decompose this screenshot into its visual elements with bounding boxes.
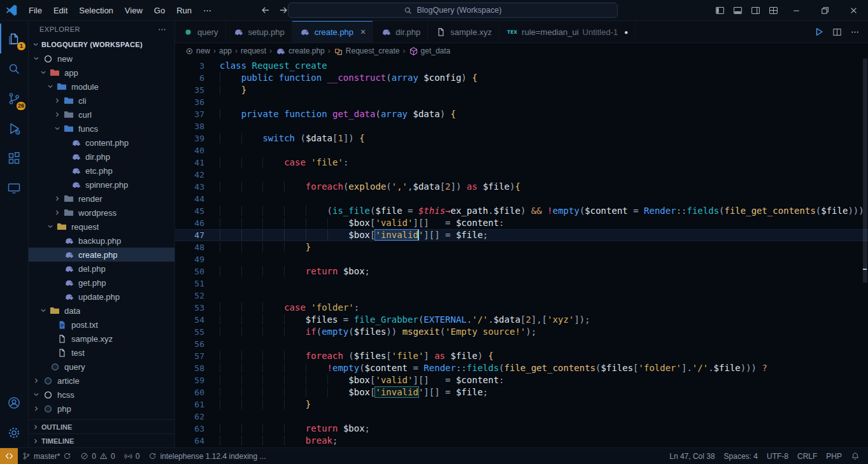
tree-item-del-php[interactable]: del.php [29,262,174,276]
timeline-section[interactable]: TIMELINE [29,433,174,447]
code-line-63[interactable]: 63 return $box; [175,423,868,435]
encoding-setting[interactable]: UTF-8 [762,448,793,464]
code-line-36[interactable]: 36 [175,96,868,108]
tree-item-article[interactable]: article [29,374,174,388]
activity-run-debug[interactable] [0,113,28,143]
views-more-icon[interactable] [157,25,167,34]
menu-selection[interactable]: Selection [73,0,118,20]
breadcrumb-item-new[interactable]: new [184,46,211,55]
menu-file[interactable]: File [23,0,48,20]
chevron-right-icon[interactable] [52,208,62,217]
breadcrumb-item-get-data[interactable]: get_data [408,46,452,56]
tree-item-app[interactable]: app [29,66,174,80]
tree-item-curl[interactable]: curl [29,108,174,122]
chevron-down-icon[interactable] [45,82,55,91]
tree-item-update-php[interactable]: update.php [29,290,174,304]
tree-item-request[interactable]: request [29,220,174,234]
tree-item-get-php[interactable]: get.php [29,276,174,290]
tree-item-backup-php[interactable]: backup.php [29,234,174,248]
editor-scrollbar[interactable] [862,59,868,447]
breadcrumb-item-request-create[interactable]: Request_create [332,46,401,56]
tree-item-etc-php[interactable]: etc.php [29,164,174,178]
code-line-61[interactable]: 61 } [175,398,868,411]
workspace-section-header[interactable]: BLOGQUERY (WORKSPACE) [29,38,174,52]
scrollbar-thumb[interactable] [863,59,867,283]
tab-setup-php[interactable]: setup.php [226,21,292,43]
code-line-41[interactable]: 41 case 'file': [175,157,868,169]
activity-extensions[interactable] [0,143,28,173]
code-line-62[interactable]: 62 [175,411,868,423]
code-line-56[interactable]: 56 [175,338,868,350]
activity-explorer[interactable]: 1 [0,24,28,53]
close-button[interactable] [839,0,868,21]
code-line-54[interactable]: 54 $files = file_Grabber(EXTERNAL.'/'.$d… [175,314,868,326]
chevron-down-icon[interactable] [52,124,62,133]
indentation-setting[interactable]: Spaces: 4 [720,448,762,464]
menu-run[interactable]: Run [171,0,197,20]
run-icon[interactable] [811,22,827,43]
close-icon[interactable]: × [360,27,366,37]
activity-settings[interactable] [0,418,28,447]
split-editor-icon[interactable] [829,22,845,43]
chevron-down-icon[interactable] [38,68,48,77]
tab-create-php[interactable]: create.php× [292,21,374,43]
language-mode[interactable]: PHP [822,448,846,464]
tree-item-module[interactable]: module [29,80,174,94]
tree-item-hcss[interactable]: hcss [29,388,174,402]
activity-remote-explorer[interactable] [0,173,28,203]
activity-account[interactable] [0,388,28,418]
code-line-52[interactable]: 52 [175,290,868,302]
more-actions-icon[interactable] [846,22,863,43]
outline-section[interactable]: OUTLINE [29,419,174,433]
tree-item-post-txt[interactable]: post.txt [29,318,174,332]
problems-status[interactable]: 0 0 [76,448,119,464]
tab-rule-median-ui[interactable]: TEXrule=median_uiUntitled-1● [499,21,636,43]
chevron-right-icon[interactable] [31,404,41,413]
customize-layout-icon[interactable] [764,0,782,21]
back-arrow-icon[interactable] [257,0,274,21]
tab-sample-xyz[interactable]: sample.xyz [428,21,499,43]
menu-go[interactable]: Go [148,0,171,20]
toggle-panel-icon[interactable] [729,0,746,21]
code-line-49[interactable]: 49 [175,253,868,265]
language-server-status[interactable]: intelephense 1.12.4 indexing ... [144,448,270,464]
tab-dir-php[interactable]: dir.php [373,21,428,43]
code-line-44[interactable]: 44 [175,193,868,205]
breadcrumb-item-app[interactable]: app [218,46,233,55]
code-line-40[interactable]: 40 [175,144,868,157]
command-center-search[interactable]: BlogQuery (Workspace) [288,3,618,18]
tree-item-query[interactable]: query [29,360,174,374]
code-line-59[interactable]: 59 $box['valid'][] = $content: [175,374,868,386]
tree-item-create-php[interactable]: create.php [29,248,174,262]
tree-item-render[interactable]: render [29,192,174,206]
tree-item-sample-xyz[interactable]: sample.xyz [29,332,174,346]
code-line-50[interactable]: 50 return $box; [175,265,868,278]
tree-item-content-php[interactable]: content.php [29,136,174,150]
notifications-bell[interactable] [846,448,864,464]
code-line-48[interactable]: 48 } [175,241,868,253]
code-line-53[interactable]: 53 case 'folder': [175,302,868,314]
chevron-right-icon[interactable] [52,194,62,203]
code-line-47[interactable]: 47 $box['invalid'][] = $file; [175,229,868,241]
eol-setting[interactable]: CRLF [793,448,822,464]
ports-status[interactable]: 0 [120,448,145,464]
code-line-64[interactable]: 64 break; [175,435,868,447]
code-line-3[interactable]: 3class Request_create [175,60,868,72]
breadcrumb-item-request[interactable]: request [239,46,267,55]
menu-view[interactable]: View [119,0,148,20]
activity-source-control[interactable]: 26 [0,83,28,113]
code-line-51[interactable]: 51 [175,278,868,290]
activity-search[interactable] [0,53,28,83]
tree-item-php[interactable]: php [29,402,174,416]
code-line-6[interactable]: 6 public function __construct(array $con… [175,72,868,84]
menu-more[interactable]: ⋯ [197,0,217,20]
tree-item-new[interactable]: new [29,52,174,66]
restore-button[interactable] [811,0,839,21]
code-line-46[interactable]: 46 $box['valid'][] = $content: [175,217,868,229]
tree-item-spinner-php[interactable]: spinner.php [29,178,174,192]
tab-query[interactable]: query [175,21,226,43]
chevron-down-icon[interactable] [31,54,41,63]
code-line-37[interactable]: 37 private function get_data(array $data… [175,108,868,120]
tree-item-test[interactable]: test [29,346,174,360]
code-line-38[interactable]: 38 [175,120,868,132]
